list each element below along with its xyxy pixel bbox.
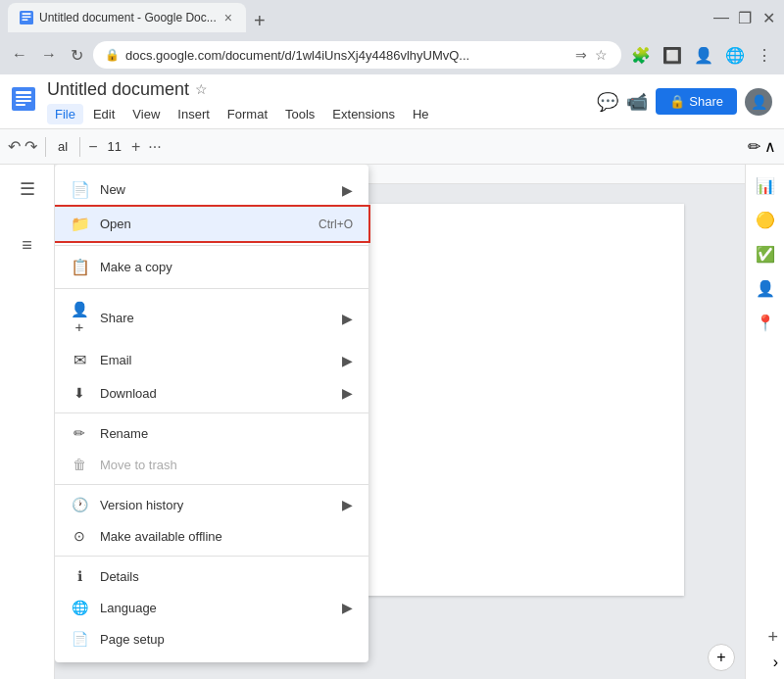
menu-help[interactable]: He [405, 104, 437, 124]
open-shortcut: Ctrl+O [318, 218, 353, 231]
menu-item-details[interactable]: ℹ Details [55, 560, 368, 592]
menu-item-open[interactable]: 📁 Open Ctrl+O [55, 207, 368, 241]
email-icon: ✉ [71, 351, 88, 369]
zoom-area: + [708, 644, 735, 671]
details-icon: ℹ [71, 568, 88, 584]
window-controls: — ❐ ✕ [713, 10, 776, 25]
redo-button[interactable]: ↷ [24, 137, 37, 156]
menu-tools[interactable]: Tools [277, 104, 322, 124]
zoom-button[interactable]: + [708, 644, 735, 671]
menu-item-email[interactable]: ✉ Email ▶ [55, 343, 368, 377]
bookmark-icon[interactable]: ☆ [593, 45, 610, 65]
earth-icon[interactable]: 🌐 [721, 42, 749, 69]
star-icon[interactable]: ☆ [195, 81, 208, 97]
font-decrease-button[interactable]: − [88, 138, 97, 156]
menu-item-page-setup[interactable]: 📄 Page setup [55, 623, 368, 655]
maps-sidebar-icon[interactable]: 📍 [752, 310, 779, 336]
app-menu: File Edit View Insert Format Tools Exten… [47, 104, 437, 124]
keep-sidebar-icon[interactable]: 🟡 [752, 207, 779, 233]
tab-close-button[interactable]: × [222, 10, 234, 25]
forward-button[interactable]: → [37, 42, 61, 68]
url-text: docs.google.com/document/d/1wl4iUnsXj4y4… [125, 48, 567, 63]
more-options-button[interactable]: ··· [148, 138, 161, 156]
edit-mode-button[interactable]: ✏ [748, 137, 760, 156]
menu-item-share[interactable]: 👤+ Share ▶ [55, 293, 368, 343]
font-size[interactable]: 11 [101, 137, 126, 156]
app-title-area: Untitled document ☆ File Edit View Inser… [47, 79, 437, 124]
lock-icon: 🔒 [105, 48, 120, 62]
menu-insert[interactable]: Insert [170, 104, 218, 124]
menu-section-1: 📄 New ▶ 📁 Open Ctrl+O [55, 169, 368, 246]
menu-button[interactable]: ⋮ [753, 42, 776, 69]
trash-icon: 🗑 [71, 457, 88, 472]
font-increase-button[interactable]: + [131, 138, 140, 156]
menu-extensions[interactable]: Extensions [324, 104, 403, 124]
minimize-button[interactable]: — [713, 10, 729, 25]
menu-item-make-copy[interactable]: 📋 Make a copy [55, 250, 368, 284]
svg-rect-8 [16, 104, 25, 106]
menu-item-rename[interactable]: ✏ Rename [55, 417, 368, 449]
expand-sidebar-button[interactable]: + [767, 627, 778, 648]
share-person-icon: 👤+ [71, 301, 88, 335]
lock-share-icon: 🔒 [669, 94, 685, 109]
menu-item-offline[interactable]: ⊙ Make available offline [55, 520, 368, 552]
language-arrow-icon: ▶ [342, 600, 353, 615]
reload-button[interactable]: ↻ [67, 42, 87, 69]
avatar[interactable]: 👤 [745, 88, 772, 116]
collapse-sidebar-button[interactable]: › [773, 654, 778, 671]
puzzle-icon[interactable]: 🔲 [659, 42, 686, 69]
svg-rect-3 [22, 20, 27, 22]
share-button[interactable]: 🔒 Share [656, 88, 737, 115]
chevron-right-icon[interactable]: › [773, 654, 778, 671]
menu-section-4: ✏ Rename 🗑 Move to trash [55, 413, 368, 485]
svg-rect-4 [12, 87, 35, 111]
url-bar[interactable]: 🔒 docs.google.com/document/d/1wl4iUnsXj4… [93, 41, 621, 69]
email-label: Email [100, 353, 330, 367]
toolbar-right: ✏ ∧ [748, 137, 776, 156]
menu-section-2: 📋 Make a copy [55, 246, 368, 289]
sheets-sidebar-icon[interactable]: 📊 [752, 172, 779, 199]
svg-rect-1 [22, 13, 30, 15]
tab-title: Untitled document - Google Doc... [39, 11, 217, 24]
comment-button[interactable]: 💬 [597, 91, 618, 113]
share-label2: Share [100, 311, 330, 325]
meet-button[interactable]: 📹 [626, 91, 648, 113]
undo-button[interactable]: ↶ [8, 137, 21, 156]
make-copy-label: Make a copy [100, 260, 353, 274]
cast-icon[interactable]: ⇒ [573, 45, 589, 65]
new-label: New [100, 182, 330, 197]
plus-icon[interactable]: + [767, 627, 778, 648]
app-bar-right: 💬 📹 🔒 Share 👤 [597, 88, 772, 116]
menu-edit[interactable]: Edit [85, 104, 122, 124]
font-name[interactable]: al [54, 137, 72, 156]
menu-item-language[interactable]: 🌐 Language ▶ [55, 592, 368, 623]
sidebar-menu-icon[interactable]: ☰ [14, 172, 41, 206]
profile-icon[interactable]: 👤 [690, 42, 717, 69]
collapse-toolbar-button[interactable]: ∧ [764, 137, 776, 156]
right-sidebar: 📊 🟡 ✅ 👤 📍 + › + [745, 165, 784, 679]
menu-item-download[interactable]: ⬇ Download ▶ [55, 377, 368, 409]
app-title[interactable]: Untitled document [47, 79, 189, 100]
active-tab[interactable]: Untitled document - Google Doc... × [8, 3, 246, 32]
browser-toolbar-icons: 🧩 🔲 👤 🌐 ⋮ [627, 42, 776, 69]
menu-item-version-history[interactable]: 🕐 Version history ▶ [55, 489, 368, 520]
title-bar: Untitled document - Google Doc... × + — … [0, 0, 784, 35]
menu-item-new[interactable]: 📄 New ▶ [55, 172, 368, 207]
restore-button[interactable]: ❐ [737, 10, 753, 25]
open-folder-icon: 📁 [71, 215, 88, 233]
menu-format[interactable]: Format [220, 104, 275, 124]
doc-toolbar: ↶ ↷ al − 11 + ··· ✏ ∧ [0, 129, 784, 165]
menu-view[interactable]: View [124, 104, 168, 124]
sidebar-doc-icon[interactable]: ≡ [16, 229, 38, 262]
extensions-icon[interactable]: 🧩 [627, 42, 655, 69]
trash-label: Move to trash [100, 458, 353, 472]
new-tab-button[interactable]: + [246, 10, 273, 32]
menu-file[interactable]: File [47, 104, 83, 124]
back-button[interactable]: ← [8, 42, 31, 68]
menu-section-6: ℹ Details 🌐 Language ▶ 📄 Page setup [55, 557, 368, 658]
svg-rect-5 [16, 91, 31, 94]
app-bar: Untitled document ☆ File Edit View Inser… [0, 74, 784, 129]
close-button[interactable]: ✕ [760, 10, 776, 25]
tasks-sidebar-icon[interactable]: ✅ [752, 241, 779, 267]
contacts-sidebar-icon[interactable]: 👤 [752, 275, 779, 302]
